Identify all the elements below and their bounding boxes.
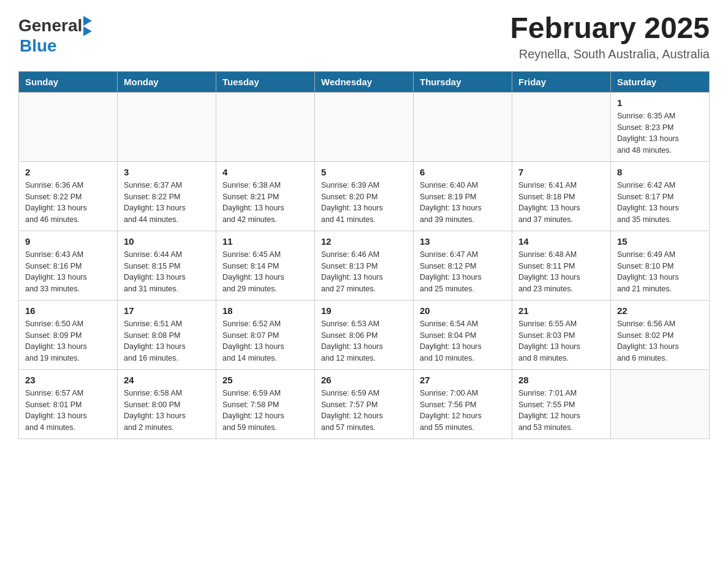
calendar-cell: 19Sunrise: 6:53 AMSunset: 8:06 PMDayligh… <box>315 300 414 369</box>
header-day-friday: Friday <box>512 71 611 92</box>
title-section: February 2025 Reynella, South Australia,… <box>510 12 710 61</box>
logo-blue-text: Blue <box>20 36 57 56</box>
day-number: 19 <box>321 305 407 316</box>
week-row-1: 1Sunrise: 6:35 AMSunset: 8:23 PMDaylight… <box>19 92 710 161</box>
calendar-subtitle: Reynella, South Australia, Australia <box>510 47 710 61</box>
day-info: Sunrise: 6:38 AMSunset: 8:21 PMDaylight:… <box>222 180 308 226</box>
calendar-cell: 3Sunrise: 6:37 AMSunset: 8:22 PMDaylight… <box>118 161 216 231</box>
day-number: 6 <box>420 167 506 177</box>
calendar-cell: 23Sunrise: 6:57 AMSunset: 8:01 PMDayligh… <box>19 369 118 439</box>
day-info: Sunrise: 6:51 AMSunset: 8:08 PMDaylight:… <box>124 318 210 364</box>
calendar-cell <box>414 92 512 161</box>
day-info: Sunrise: 6:43 AMSunset: 8:16 PMDaylight:… <box>25 249 111 295</box>
day-info: Sunrise: 6:46 AMSunset: 8:13 PMDaylight:… <box>321 249 407 295</box>
day-number: 20 <box>420 305 506 316</box>
calendar-cell: 11Sunrise: 6:45 AMSunset: 8:14 PMDayligh… <box>216 231 315 300</box>
day-info: Sunrise: 6:56 AMSunset: 8:02 PMDaylight:… <box>617 318 703 364</box>
calendar-title: February 2025 <box>510 12 710 45</box>
day-number: 9 <box>25 236 111 247</box>
day-info: Sunrise: 6:41 AMSunset: 8:18 PMDaylight:… <box>518 180 604 226</box>
day-info: Sunrise: 6:47 AMSunset: 8:12 PMDaylight:… <box>420 249 506 295</box>
day-info: Sunrise: 6:36 AMSunset: 8:22 PMDaylight:… <box>25 180 111 226</box>
day-info: Sunrise: 6:37 AMSunset: 8:22 PMDaylight:… <box>124 180 210 226</box>
day-number: 16 <box>25 305 111 316</box>
day-number: 25 <box>222 375 308 385</box>
calendar-cell: 22Sunrise: 6:56 AMSunset: 8:02 PMDayligh… <box>611 300 710 369</box>
header-row: SundayMondayTuesdayWednesdayThursdayFrid… <box>19 71 710 92</box>
logo-arrow-bottom <box>83 26 92 36</box>
day-number: 15 <box>617 236 703 247</box>
calendar-cell: 14Sunrise: 6:48 AMSunset: 8:11 PMDayligh… <box>512 231 611 300</box>
day-info: Sunrise: 6:39 AMSunset: 8:20 PMDaylight:… <box>321 180 407 226</box>
calendar-cell: 1Sunrise: 6:35 AMSunset: 8:23 PMDaylight… <box>611 92 710 161</box>
calendar-cell: 18Sunrise: 6:52 AMSunset: 8:07 PMDayligh… <box>216 300 315 369</box>
day-number: 23 <box>25 375 111 385</box>
day-number: 13 <box>420 236 506 247</box>
day-number: 28 <box>518 375 604 385</box>
week-row-2: 2Sunrise: 6:36 AMSunset: 8:22 PMDaylight… <box>19 161 710 231</box>
day-info: Sunrise: 6:48 AMSunset: 8:11 PMDaylight:… <box>518 249 604 295</box>
day-number: 17 <box>124 305 210 316</box>
day-number: 8 <box>617 167 703 177</box>
day-info: Sunrise: 6:44 AMSunset: 8:15 PMDaylight:… <box>124 249 210 295</box>
calendar-cell: 8Sunrise: 6:42 AMSunset: 8:17 PMDaylight… <box>611 161 710 231</box>
calendar-body: 1Sunrise: 6:35 AMSunset: 8:23 PMDaylight… <box>19 92 710 439</box>
calendar-cell: 13Sunrise: 6:47 AMSunset: 8:12 PMDayligh… <box>414 231 512 300</box>
day-number: 5 <box>321 167 407 177</box>
day-info: Sunrise: 6:40 AMSunset: 8:19 PMDaylight:… <box>420 180 506 226</box>
week-row-5: 23Sunrise: 6:57 AMSunset: 8:01 PMDayligh… <box>19 369 710 439</box>
calendar-cell: 17Sunrise: 6:51 AMSunset: 8:08 PMDayligh… <box>118 300 216 369</box>
day-info: Sunrise: 6:54 AMSunset: 8:04 PMDaylight:… <box>420 318 506 364</box>
calendar-cell <box>611 369 710 439</box>
day-number: 27 <box>420 375 506 385</box>
day-number: 12 <box>321 236 407 247</box>
day-info: Sunrise: 6:53 AMSunset: 8:06 PMDaylight:… <box>321 318 407 364</box>
day-info: Sunrise: 6:45 AMSunset: 8:14 PMDaylight:… <box>222 249 308 295</box>
day-number: 21 <box>518 305 604 316</box>
calendar-header: SundayMondayTuesdayWednesdayThursdayFrid… <box>19 71 710 92</box>
calendar-table: SundayMondayTuesdayWednesdayThursdayFrid… <box>18 71 710 439</box>
calendar-cell: 7Sunrise: 6:41 AMSunset: 8:18 PMDaylight… <box>512 161 611 231</box>
calendar-cell <box>19 92 118 161</box>
header-day-sunday: Sunday <box>19 71 118 92</box>
logo-general-text: General <box>18 16 82 36</box>
day-number: 10 <box>124 236 210 247</box>
day-info: Sunrise: 7:01 AMSunset: 7:55 PMDaylight:… <box>518 388 604 434</box>
day-info: Sunrise: 6:49 AMSunset: 8:10 PMDaylight:… <box>617 249 703 295</box>
day-info: Sunrise: 6:58 AMSunset: 8:00 PMDaylight:… <box>124 388 210 434</box>
day-number: 22 <box>617 305 703 316</box>
day-info: Sunrise: 6:59 AMSunset: 7:57 PMDaylight:… <box>321 388 407 434</box>
calendar-cell: 28Sunrise: 7:01 AMSunset: 7:55 PMDayligh… <box>512 369 611 439</box>
day-number: 2 <box>25 167 111 177</box>
calendar-cell: 16Sunrise: 6:50 AMSunset: 8:09 PMDayligh… <box>19 300 118 369</box>
calendar-cell: 4Sunrise: 6:38 AMSunset: 8:21 PMDaylight… <box>216 161 315 231</box>
calendar-cell <box>315 92 414 161</box>
day-info: Sunrise: 6:55 AMSunset: 8:03 PMDaylight:… <box>518 318 604 364</box>
day-info: Sunrise: 6:52 AMSunset: 8:07 PMDaylight:… <box>222 318 308 364</box>
logo-arrow-top <box>83 16 92 26</box>
logo: General Blue <box>18 15 92 56</box>
day-info: Sunrise: 7:00 AMSunset: 7:56 PMDaylight:… <box>420 388 506 434</box>
day-number: 24 <box>124 375 210 385</box>
calendar-cell <box>512 92 611 161</box>
day-info: Sunrise: 6:42 AMSunset: 8:17 PMDaylight:… <box>617 180 703 226</box>
header-day-tuesday: Tuesday <box>216 71 315 92</box>
day-info: Sunrise: 6:50 AMSunset: 8:09 PMDaylight:… <box>25 318 111 364</box>
page-header: General Blue February 2025 Reynella, Sou… <box>18 12 710 61</box>
week-row-4: 16Sunrise: 6:50 AMSunset: 8:09 PMDayligh… <box>19 300 710 369</box>
day-number: 11 <box>222 236 308 247</box>
calendar-cell: 15Sunrise: 6:49 AMSunset: 8:10 PMDayligh… <box>611 231 710 300</box>
calendar-cell: 10Sunrise: 6:44 AMSunset: 8:15 PMDayligh… <box>118 231 216 300</box>
calendar-cell: 2Sunrise: 6:36 AMSunset: 8:22 PMDaylight… <box>19 161 118 231</box>
calendar-cell: 20Sunrise: 6:54 AMSunset: 8:04 PMDayligh… <box>414 300 512 369</box>
day-info: Sunrise: 6:59 AMSunset: 7:58 PMDaylight:… <box>222 388 308 434</box>
calendar-cell: 12Sunrise: 6:46 AMSunset: 8:13 PMDayligh… <box>315 231 414 300</box>
day-number: 4 <box>222 167 308 177</box>
header-day-wednesday: Wednesday <box>315 71 414 92</box>
header-day-thursday: Thursday <box>414 71 512 92</box>
day-number: 1 <box>617 98 703 108</box>
calendar-cell: 24Sunrise: 6:58 AMSunset: 8:00 PMDayligh… <box>118 369 216 439</box>
week-row-3: 9Sunrise: 6:43 AMSunset: 8:16 PMDaylight… <box>19 231 710 300</box>
calendar-cell <box>118 92 216 161</box>
header-day-monday: Monday <box>118 71 216 92</box>
